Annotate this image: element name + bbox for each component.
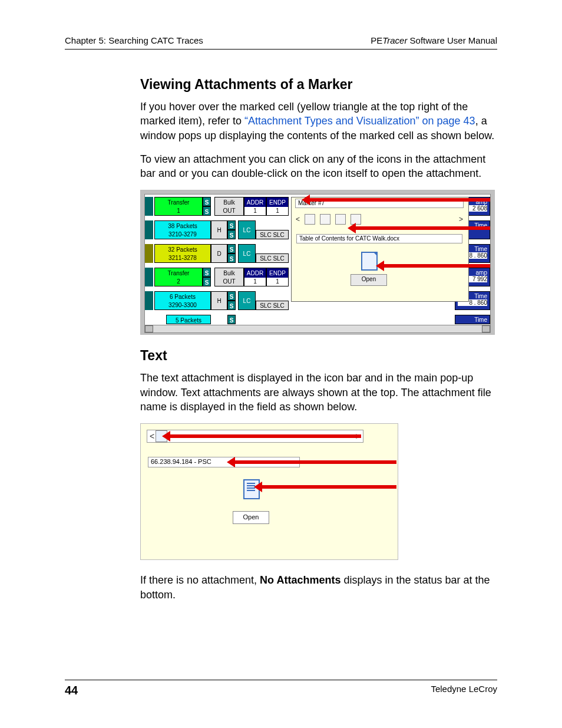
page-number: 44 [65,684,78,697]
cell-dir: D [211,244,227,263]
cell-packets: 32 Packets 3211-3278 [154,244,211,263]
cell-transfer: Transfer 2 [154,268,203,286]
figure-marker-popup: Transfer 1 S S Bulk OUT ADDR 1 [140,190,497,335]
cell-bulk: Bulk OUT [214,268,244,286]
scroll-left-icon[interactable]: < [148,431,156,441]
annotation-arrow [384,264,491,268]
s-badge: S [227,291,236,301]
row-handle [145,291,153,310]
annotation-arrow [356,226,491,230]
cell-transfer: Transfer 1 [154,197,203,216]
open-button[interactable]: Open [351,274,387,286]
s-badge: S [227,244,236,253]
cell-addr: ADDR 1 [244,197,266,216]
cell-packets: 38 Packets 3210-3279 [154,220,211,239]
page-footer: 44 Teledyne LeCroy [65,680,497,697]
marker-popup: Marker #7 < > Table of Contents for CATC… [291,197,469,302]
annotation-arrow [235,460,396,464]
cell-slc: SLC SLC [256,253,289,263]
heading-text: Text [140,348,497,364]
footer-company: Teledyne LeCroy [431,684,497,697]
attachment-icon[interactable] [305,214,315,225]
s-badge: S [203,268,211,277]
scroll-left-icon[interactable]: < [296,215,300,223]
cell-endp: ENDP 1 [266,197,289,216]
cell-lc: LC [238,244,256,263]
para-no-attachments: If there is no attachment, No Attachment… [140,573,497,602]
cell-dir: H [211,291,227,310]
annotation-arrow [262,485,396,489]
right-cell: Time [455,315,490,324]
para-hover-marker: If you hover over the marked cell (yello… [140,100,497,143]
link-attachment-types[interactable]: “Attachment Types and Visualization” on … [244,115,475,127]
figure-text-attachment: < > 66.238.94.184 - PSC Open [140,423,497,560]
row-handle [145,197,153,216]
no-attachments-label: No Attachments [260,574,340,586]
s-badge: S [227,230,236,239]
annotation-arrow [310,198,491,202]
cell-slc: SLC SLC [256,301,289,310]
para-text-attachment: The text attachment is displayed in the … [140,371,497,414]
popup-filename-field: Table of Contents for CATC Walk.docx [296,234,462,243]
para-view-attachment: To view an attachment you can click on a… [140,152,497,181]
cell-packets: 5 Packets [166,315,211,324]
cell-bulk: Bulk OUT [214,197,244,216]
running-header-left: Chapter 5: Searching CATC Traces [65,35,203,45]
running-header-right: PETracer Software User Manual [371,35,497,45]
cell-addr: ADDR 1 [244,268,266,286]
running-header: Chapter 5: Searching CATC Traces PETrace… [65,35,497,50]
attachment-icon[interactable] [335,214,346,225]
s-badge: S [203,277,211,286]
row-handle [145,244,153,263]
cell-endp: ENDP 1 [266,268,289,286]
scroll-right-icon[interactable]: > [459,215,463,223]
cell-lc: LC [238,291,256,310]
cell-slc: SLC SLC [256,230,289,239]
open-button[interactable]: Open [233,511,269,524]
s-badge: S [227,253,236,263]
row-handle [145,220,153,239]
s-badge: S [227,220,236,230]
popup-toolbar: < > [293,213,465,226]
s-badge: S [203,206,211,216]
cell-dir: H [211,220,227,239]
s-badge: S [227,301,236,310]
attachment-icon[interactable] [320,214,330,225]
s-badge: S [203,197,211,206]
cell-lc: LC [238,220,256,239]
horizontal-scrollbar[interactable] [144,325,491,333]
row-handle [145,268,153,286]
cell-packets: 6 Packets 3290-3300 [154,291,211,310]
file-doc-icon[interactable] [361,252,378,271]
annotation-arrow [170,434,361,438]
s-badge: S [227,315,236,324]
heading-viewing-attachments: Viewing Attachments of a Marker [140,77,497,93]
